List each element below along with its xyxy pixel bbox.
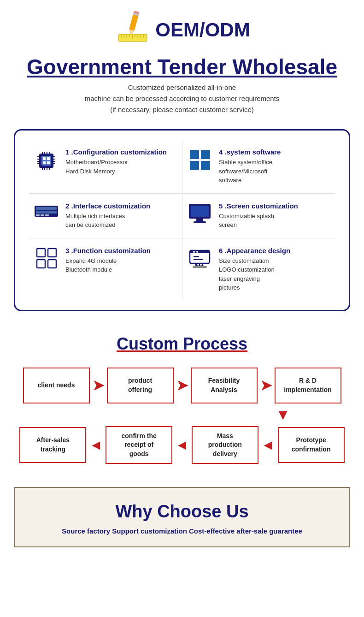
svg-rect-39 xyxy=(190,161,199,170)
svg-rect-17 xyxy=(43,157,46,160)
svg-point-64 xyxy=(203,264,205,266)
svg-point-57 xyxy=(193,251,195,253)
feature-config-text: 1 .Configuration customization Motherboa… xyxy=(65,148,167,176)
arrow-right-1: ➤ xyxy=(93,377,104,393)
svg-rect-46 xyxy=(45,214,49,216)
oem-title: OEM/ODM xyxy=(155,19,250,41)
arrow-left-3: ◄ xyxy=(261,437,275,453)
why-title: Why Choose Us xyxy=(29,502,335,522)
process-aftersales: After-salestracking xyxy=(19,427,86,463)
chip-icon xyxy=(34,148,59,177)
process-rd: R & Dimplementation xyxy=(275,368,341,403)
feature-4-desc: Stable system/officesoftware/Microsoftso… xyxy=(219,158,281,185)
svg-point-65 xyxy=(197,264,199,266)
svg-rect-54 xyxy=(48,260,56,268)
arrow-left-1: ◄ xyxy=(89,437,103,453)
svg-point-63 xyxy=(200,264,202,266)
svg-rect-62 xyxy=(193,266,207,268)
why-section: Why Choose Us Source factory Support cus… xyxy=(14,487,350,547)
feature-4-title: 4 .system software xyxy=(219,148,281,156)
feature-system-text: 4 .system software Stable system/offices… xyxy=(219,148,281,185)
svg-rect-49 xyxy=(196,219,203,221)
arrow-right-2: ➤ xyxy=(176,377,188,393)
process-row-1: client needs ➤ productoffering ➤ Feasibi… xyxy=(9,368,355,403)
process-row-2: After-salestracking ◄ confirm thereceipt… xyxy=(9,426,355,464)
feature-appearance: 6 .Appearance design Size customizationL… xyxy=(182,238,335,301)
feature-interface-text: 2 .Interface customization Multiple rich… xyxy=(65,202,150,230)
svg-rect-20 xyxy=(47,161,50,164)
feature-function: 3 .Function customization Expand 4G modu… xyxy=(29,238,182,301)
svg-rect-51 xyxy=(37,249,45,257)
process-client-needs: client needs xyxy=(23,368,90,403)
svg-rect-40 xyxy=(201,161,210,170)
feature-2-title: 2 .Interface customization xyxy=(65,202,150,210)
header-section: OEM/ODM Government Tender Wholesale Cust… xyxy=(0,0,364,120)
process-title: Custom Process xyxy=(9,334,355,354)
svg-rect-56 xyxy=(190,250,210,253)
svg-rect-37 xyxy=(190,150,199,159)
svg-rect-53 xyxy=(37,260,45,268)
process-product-offering: productoffering xyxy=(107,368,174,403)
svg-rect-38 xyxy=(201,150,210,159)
pencil-ruler-icon xyxy=(114,9,151,51)
feature-6-title: 6 .Appearance design xyxy=(219,247,290,255)
feature-1-title: 1 .Configuration customization xyxy=(65,148,167,156)
svg-rect-43 xyxy=(36,211,57,214)
windows-icon xyxy=(187,148,212,175)
interface-icon xyxy=(34,202,59,224)
feature-5-title: 5 .Screen customization xyxy=(219,202,298,210)
process-section: Custom Process client needs ➤ productoff… xyxy=(0,320,364,474)
feature-appearance-text: 6 .Appearance design Size customizationL… xyxy=(219,247,290,292)
header-subtitle: Customized personalized all-in-one machi… xyxy=(18,82,346,115)
svg-rect-4 xyxy=(118,34,147,42)
arrow-left-2: ◄ xyxy=(175,437,189,453)
svg-rect-45 xyxy=(41,214,44,216)
screen-icon xyxy=(187,202,212,229)
svg-rect-52 xyxy=(48,249,56,257)
svg-rect-48 xyxy=(191,206,209,217)
svg-rect-50 xyxy=(194,221,206,223)
feature-1-desc: Motherboard/ProcessorHard Disk Memory xyxy=(65,158,167,176)
feature-config: 1 .Configuration customization Motherboa… xyxy=(29,140,182,194)
arrow-right-3: ➤ xyxy=(260,377,272,393)
feature-5-desc: Customizable splashscreen xyxy=(219,212,298,230)
process-down-arrow: ▼ xyxy=(9,404,355,425)
feature-interface: 2 .Interface customization Multiple rich… xyxy=(29,194,182,238)
feature-system: 4 .system software Stable system/offices… xyxy=(182,140,335,194)
svg-rect-42 xyxy=(36,207,57,210)
feature-2-desc: Multiple rich interfacescan be customize… xyxy=(65,212,150,230)
process-feasibility: FeasibilityAnalysis xyxy=(191,368,258,403)
svg-rect-18 xyxy=(47,157,50,160)
appearance-icon xyxy=(187,247,212,274)
process-mass-production: Massproductiondelivery xyxy=(192,426,258,464)
features-box: 1 .Configuration customization Motherboa… xyxy=(14,129,350,311)
svg-rect-59 xyxy=(194,256,199,257)
svg-rect-44 xyxy=(36,214,40,216)
feature-function-text: 3 .Function customization Expand 4G modu… xyxy=(65,247,151,274)
feature-3-desc: Expand 4G moduleBluetooth module xyxy=(65,256,151,274)
why-subtitle: Source factory Support customization Cos… xyxy=(29,527,335,535)
process-prototype: Prototypeconfirmation xyxy=(278,427,345,463)
header-top: OEM/ODM xyxy=(18,9,346,51)
gov-title: Government Tender Wholesale xyxy=(18,54,346,79)
svg-rect-19 xyxy=(43,161,46,164)
feature-screen-text: 5 .Screen customization Customizable spl… xyxy=(219,202,298,230)
svg-rect-60 xyxy=(194,259,203,260)
process-confirm-receipt: confirm thereceipt ofgoods xyxy=(106,426,172,464)
feature-6-desc: Size customizationLOGO customizationlase… xyxy=(219,256,290,292)
function-icon xyxy=(34,247,59,273)
feature-3-title: 3 .Function customization xyxy=(65,247,151,255)
feature-screen: 5 .Screen customization Customizable spl… xyxy=(182,194,335,238)
svg-point-58 xyxy=(196,251,198,253)
